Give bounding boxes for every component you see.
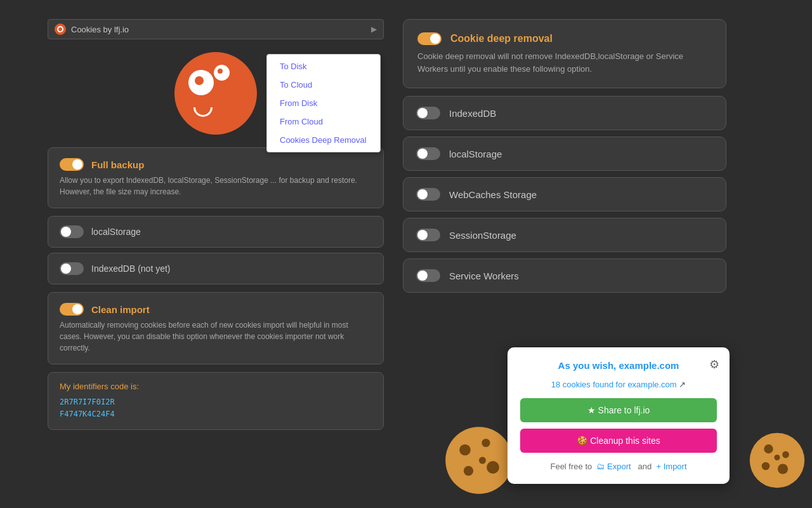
footer-mid: and <box>638 462 652 471</box>
import-icon: + <box>656 462 661 471</box>
clean-import-toggle-row: Clean import <box>60 303 372 316</box>
logo-mouth <box>193 107 213 117</box>
export-link[interactable]: 🗂 Export <box>596 462 633 471</box>
cookie-deco-left <box>444 425 514 495</box>
sessionstorage-option-toggle[interactable] <box>416 229 440 241</box>
sessionstorage-option-label: SessionStorage <box>449 230 516 241</box>
logo <box>174 52 257 135</box>
menu-item-to-cloud[interactable]: To Cloud <box>267 76 380 94</box>
popup-count-domain: example.com <box>627 380 676 389</box>
ext-arrow: ▶ <box>371 25 377 34</box>
localstorage-option-toggle[interactable] <box>416 147 440 160</box>
webcaches-option-label: WebCaches Storage <box>449 189 537 200</box>
cookie-deep-removal-toggle-row: Cookie deep removal <box>417 32 712 45</box>
service-workers-option-label: Service Workers <box>449 271 519 281</box>
export-label: Export <box>607 462 631 471</box>
ext-title: Cookies by lfj.io <box>71 25 371 34</box>
menu-item-to-disk[interactable]: To Disk <box>267 57 380 76</box>
cookie-popup: ⚙ As you wish, example.com 18 cookies fo… <box>508 347 730 484</box>
popup-title: As you wish, example.com <box>520 360 717 371</box>
svg-point-7 <box>479 457 486 464</box>
clean-import-toggle[interactable] <box>60 303 84 316</box>
cookie-deep-removal-label: Cookie deep removal <box>450 33 553 44</box>
indexeddb-toggle[interactable] <box>60 262 84 275</box>
logo-eye-left <box>188 70 214 95</box>
ext-icon <box>55 23 66 35</box>
popup-count-text: 18 cookies found for <box>551 380 625 389</box>
identifier-code: 2R7R7I7F0I2R F4747K4C24F4 <box>60 396 372 420</box>
menu-item-deep-removal[interactable]: Cookies Deep Removal <box>267 131 380 149</box>
identifier-label: My identifiers code is: <box>60 382 372 391</box>
identifier-line1: 2R7R7I7F0I2R <box>60 398 115 406</box>
popup-cookie-count: 18 cookies found for example.com ↗ <box>520 380 717 389</box>
localstorage-label: localStorage <box>91 227 141 237</box>
webcaches-option-toggle[interactable] <box>416 188 440 201</box>
svg-point-11 <box>778 464 788 474</box>
cookie-deep-removal-section: Cookie deep removal Cookie deep removal … <box>403 19 726 88</box>
indexeddb-label: IndexedDB (not yet) <box>91 264 171 274</box>
identifier-line2: F4747K4C24F4 <box>60 410 115 418</box>
full-backup-desc: Allow you to export IndexedDB, localStor… <box>60 175 372 197</box>
identifier-section: My identifiers code is: 2R7R7I7F0I2R F47… <box>48 372 384 430</box>
svg-point-5 <box>487 461 499 474</box>
service-workers-option-toggle[interactable] <box>416 269 440 282</box>
indexeddb-toggle-row: IndexedDB (not yet) <box>48 253 384 284</box>
localstorage-option-row: localStorage <box>403 137 726 171</box>
svg-point-10 <box>782 451 789 458</box>
logo-eye-right <box>214 65 230 81</box>
settings-icon[interactable]: ⚙ <box>709 358 719 371</box>
service-workers-option-row: Service Workers <box>403 258 726 293</box>
popup-domain: example.com <box>619 360 679 371</box>
footer-static: Feel free to <box>550 462 592 471</box>
svg-point-4 <box>481 439 490 447</box>
indexeddb-option-row: IndexedDB <box>403 96 726 130</box>
svg-point-13 <box>775 455 780 460</box>
indexeddb-option-label: IndexedDB <box>449 108 496 119</box>
share-button[interactable]: ★ Share to lfj.io <box>520 398 717 422</box>
webcaches-option-row: WebCaches Storage <box>403 177 726 211</box>
left-panel: Cookies by lfj.io ▶ To Disk To Cloud Fro… <box>48 19 384 438</box>
svg-point-12 <box>762 462 770 471</box>
popup-title-static: As you wish, <box>558 360 617 371</box>
localstorage-toggle-row: localStorage <box>48 216 384 248</box>
localstorage-option-label: localStorage <box>449 149 502 159</box>
full-backup-toggle-row: Full backup <box>60 158 372 171</box>
full-backup-toggle[interactable] <box>60 158 84 171</box>
import-label: Import <box>664 462 687 471</box>
right-panel: Cookie deep removal Cookie deep removal … <box>403 19 726 299</box>
full-backup-label: Full backup <box>91 159 144 170</box>
cleanup-button[interactable]: 🍪 Cleanup this sites <box>520 429 717 453</box>
localstorage-toggle[interactable] <box>60 225 84 238</box>
svg-point-3 <box>459 444 471 456</box>
indexeddb-option-toggle[interactable] <box>416 107 440 119</box>
export-icon: 🗂 <box>596 462 605 471</box>
sessionstorage-option-row: SessionStorage <box>403 218 726 252</box>
clean-import-desc: Automatically removing cookies before ea… <box>60 319 372 354</box>
clean-import-section: Clean import Automatically removing cook… <box>48 292 384 364</box>
full-backup-section: Full backup Allow you to export IndexedD… <box>48 147 384 208</box>
svg-point-9 <box>764 444 773 453</box>
svg-point-6 <box>464 466 473 476</box>
cookie-deep-removal-toggle[interactable] <box>417 32 442 45</box>
menu-item-from-cloud[interactable]: From Cloud <box>267 112 380 131</box>
context-menu: To Disk To Cloud From Disk From Cloud Co… <box>266 54 381 152</box>
cookie-deco-right <box>749 432 806 489</box>
svg-point-1 <box>58 27 62 31</box>
clean-import-label: Clean import <box>91 304 150 315</box>
ext-header[interactable]: Cookies by lfj.io ▶ <box>48 19 384 39</box>
menu-item-from-disk[interactable]: From Disk <box>267 94 380 112</box>
import-link[interactable]: + Import <box>656 462 686 471</box>
cookie-deep-removal-desc: Cookie deep removal will not remove Inde… <box>417 50 712 75</box>
popup-footer: Feel free to 🗂 Export and + Import <box>520 462 717 471</box>
